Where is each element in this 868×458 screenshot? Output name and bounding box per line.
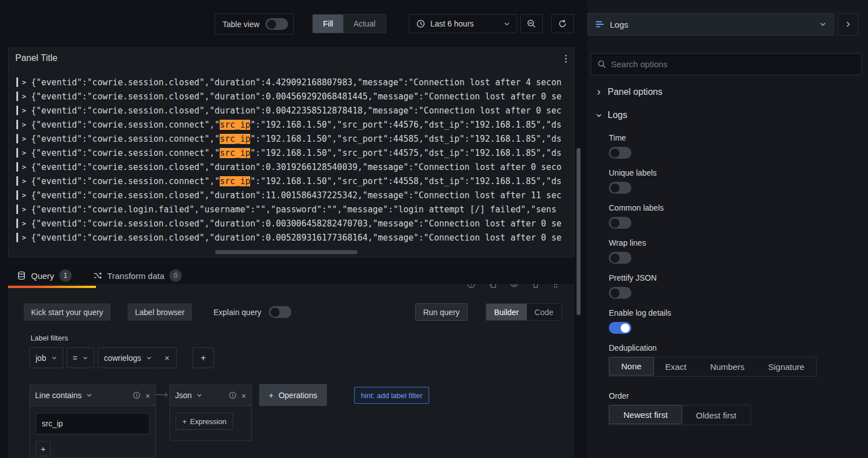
options-search-input[interactable] <box>611 59 855 69</box>
operation-json: Json × + Expression <box>169 385 252 441</box>
operator-select[interactable]: = <box>67 347 94 368</box>
add-expression-button[interactable]: + Expression <box>176 413 233 430</box>
tab-transform-data[interactable]: Transform data 0 <box>93 269 182 282</box>
line-contains-input[interactable] <box>36 413 150 434</box>
code-mode-option[interactable]: Code <box>527 304 561 320</box>
log-line-text: {"eventid":"cowrie.session.closed","dura… <box>31 162 561 172</box>
log-panel: Panel Title >{"eventid":"cowrie.session.… <box>8 47 574 258</box>
operation-line-contains: Line contains × + <box>29 385 156 458</box>
section-panel-options[interactable]: Panel options <box>596 87 662 97</box>
expand-log-chevron-icon[interactable]: > <box>22 220 31 228</box>
tab-query[interactable]: Query 1 <box>17 269 72 282</box>
builder-mode-option[interactable]: Builder <box>486 304 527 320</box>
log-row[interactable]: >{"eventid":"cowrie.session.connect","sr… <box>8 132 573 146</box>
chevron-down-icon[interactable] <box>86 392 92 398</box>
label-browser-button[interactable]: Label browser <box>128 303 192 321</box>
eye-icon[interactable] <box>510 284 518 289</box>
option-label: Wrap lines <box>609 238 817 247</box>
section-logs[interactable]: Logs <box>596 110 627 120</box>
fill-option[interactable]: Fill <box>313 15 343 33</box>
log-row[interactable]: >{"eventid":"cowrie.session.closed","dur… <box>8 230 573 245</box>
time-toggle[interactable] <box>609 147 631 159</box>
run-query-button[interactable]: Run query <box>415 303 468 321</box>
expand-log-chevron-icon[interactable]: > <box>22 135 31 143</box>
log-row[interactable]: >{"eventid":"cowrie.session.connect","sr… <box>8 146 573 160</box>
unique-labels-toggle[interactable] <box>609 182 631 194</box>
log-line-text: {"eventid":"cowrie.session.connect","src… <box>31 134 561 144</box>
radio-option-numbers[interactable]: Numbers <box>698 357 756 376</box>
toggle-knob <box>621 324 630 333</box>
expand-log-chevron-icon[interactable]: > <box>22 78 31 86</box>
add-filter-button[interactable]: + <box>193 347 214 368</box>
label-value-select[interactable]: cowrielogs <box>98 347 158 368</box>
help-icon[interactable] <box>467 284 476 289</box>
log-row[interactable]: >{"eventid":"cowrie.session.closed","dur… <box>8 216 573 230</box>
log-line-text: {"eventid":"cowrie.session.connect","src… <box>31 120 561 130</box>
hint-add-label-filter[interactable]: hint: add label filter <box>354 387 429 404</box>
panel-menu-kebab-icon[interactable] <box>564 53 568 64</box>
expand-log-chevron-icon[interactable]: > <box>22 191 31 199</box>
label-name-select[interactable]: job <box>29 347 63 368</box>
remove-operation-icon[interactable]: × <box>145 391 150 400</box>
log-row[interactable]: >{"eventid":"cowrie.session.closed","dur… <box>8 188 573 202</box>
logs-viz-icon <box>595 20 604 29</box>
radio-option-newest-first[interactable]: Newest first <box>609 405 682 424</box>
drag-handle-icon[interactable] <box>553 284 559 289</box>
kick-start-query-button[interactable]: Kick start your query <box>24 303 111 321</box>
operation-title: Json <box>175 391 192 400</box>
explain-query-toggle[interactable] <box>269 306 291 318</box>
refresh-button[interactable] <box>551 14 574 33</box>
actual-option[interactable]: Actual <box>343 15 386 33</box>
log-row[interactable]: >{"eventid":"cowrie.session.connect","sr… <box>8 117 573 132</box>
expand-log-chevron-icon[interactable]: > <box>22 107 31 115</box>
chevron-down-icon <box>819 21 826 28</box>
expand-log-chevron-icon[interactable]: > <box>22 206 31 213</box>
toggle-knob <box>271 308 280 317</box>
log-level-stripe <box>16 176 18 186</box>
expand-log-chevron-icon[interactable]: > <box>22 121 31 129</box>
log-level-stripe <box>16 106 18 115</box>
info-icon[interactable] <box>133 391 141 399</box>
zoom-out-button[interactable] <box>520 14 543 33</box>
add-operations-button[interactable]: + Operations <box>259 384 327 406</box>
search-icon <box>597 60 606 68</box>
radio-option-none[interactable]: None <box>609 357 654 376</box>
expand-log-chevron-icon[interactable]: > <box>22 163 31 171</box>
horizontal-scrollbar[interactable] <box>215 250 357 254</box>
common-labels-toggle[interactable] <box>609 217 631 229</box>
table-view-toggle[interactable] <box>265 18 288 30</box>
radio-option-oldest-first[interactable]: Oldest first <box>682 405 751 425</box>
time-range-picker[interactable]: Last 6 hours <box>409 14 517 33</box>
info-icon[interactable] <box>229 391 237 399</box>
trash-icon[interactable] <box>531 284 540 289</box>
log-row[interactable]: >{"eventid":"cowrie.session.closed","dur… <box>8 75 573 89</box>
log-level-stripe <box>16 134 18 143</box>
log-row[interactable]: >{"eventid":"cowrie.session.closed","dur… <box>8 160 573 174</box>
chevron-down-icon[interactable] <box>197 392 202 398</box>
log-list: >{"eventid":"cowrie.session.closed","dur… <box>8 75 573 245</box>
log-row[interactable]: >{"eventid":"cowrie.login.failed","usern… <box>8 202 573 216</box>
wrap-lines-toggle[interactable] <box>609 252 631 264</box>
visualization-picker[interactable]: Logs <box>587 13 834 36</box>
vertical-scrollbar[interactable] <box>577 148 581 315</box>
duplicate-icon[interactable] <box>488 284 497 289</box>
log-row[interactable]: >{"eventid":"cowrie.session.closed","dur… <box>8 89 573 103</box>
enable-log-details-toggle[interactable] <box>609 322 631 334</box>
radio-option-exact[interactable]: Exact <box>653 357 699 376</box>
option-label: Enable log details <box>609 308 817 317</box>
chevron-down-icon <box>504 21 510 27</box>
add-param-button[interactable]: + <box>36 441 51 456</box>
remove-filter-icon[interactable]: × <box>158 347 177 368</box>
prettify-json-toggle[interactable] <box>609 287 631 299</box>
remove-operation-icon[interactable]: × <box>241 391 246 400</box>
expand-log-chevron-icon[interactable]: > <box>22 234 31 242</box>
radio-option-signature[interactable]: Signature <box>756 357 816 376</box>
expand-log-chevron-icon[interactable]: > <box>22 149 31 157</box>
tab-query-label: Query <box>31 271 54 281</box>
search-match-highlight: src_ip <box>220 134 250 144</box>
log-row[interactable]: >{"eventid":"cowrie.session.connect","sr… <box>8 174 573 188</box>
expand-log-chevron-icon[interactable]: > <box>22 93 31 101</box>
collapse-pane-button[interactable] <box>838 13 858 36</box>
log-row[interactable]: >{"eventid":"cowrie.session.closed","dur… <box>8 103 573 117</box>
expand-log-chevron-icon[interactable]: > <box>22 177 31 185</box>
